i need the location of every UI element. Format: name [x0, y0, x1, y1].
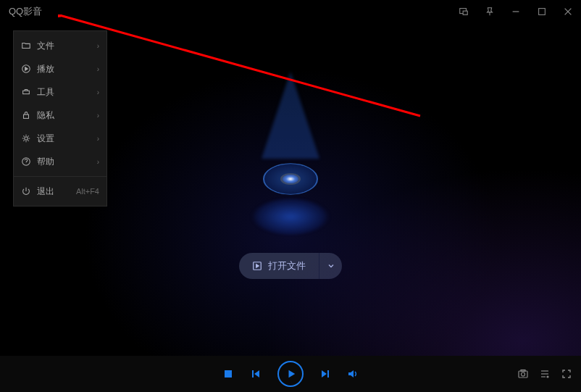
menu-label: 设置 — [37, 133, 91, 145]
gear-icon — [21, 133, 31, 143]
svg-point-23 — [547, 376, 548, 378]
window-controls — [453, 0, 578, 23]
svg-rect-9 — [23, 91, 30, 93]
bottom-bar — [0, 356, 581, 392]
pin-button[interactable] — [480, 1, 500, 22]
lock-icon — [21, 110, 31, 120]
svg-rect-3 — [539, 9, 546, 15]
help-icon — [21, 157, 31, 167]
folder-icon — [21, 41, 31, 51]
titlebar[interactable]: QQ影音 — [0, 0, 581, 23]
volume-icon — [347, 368, 359, 380]
minimize-button[interactable] — [506, 1, 526, 22]
maximize-icon — [537, 7, 547, 17]
menu-item-tools[interactable]: 工具 › — [14, 80, 106, 104]
menu-item-privacy[interactable]: 隐私 › — [14, 104, 106, 127]
menu-item-settings[interactable]: 设置 › — [14, 127, 106, 150]
svg-rect-16 — [327, 370, 329, 378]
menu-separator — [14, 176, 106, 177]
svg-rect-14 — [225, 370, 232, 378]
power-icon — [21, 186, 31, 196]
chevron-right-icon: › — [97, 88, 99, 96]
chevron-right-icon: › — [97, 135, 99, 143]
pin-icon — [485, 7, 495, 17]
maximize-button[interactable] — [532, 1, 552, 22]
menu-label: 文件 — [37, 40, 91, 52]
close-icon — [563, 7, 573, 17]
menu-item-exit[interactable]: 退出 Alt+F4 — [14, 180, 106, 203]
stop-button[interactable] — [222, 368, 234, 380]
chevron-right-icon: › — [97, 42, 99, 50]
minimize-icon — [511, 7, 521, 17]
tool-icon — [21, 87, 31, 97]
chevron-right-icon: › — [97, 112, 99, 120]
chevron-right-icon: › — [97, 158, 99, 166]
close-button[interactable] — [558, 1, 578, 22]
svg-rect-10 — [24, 114, 29, 118]
screenshot-button[interactable] — [517, 368, 529, 380]
playlist-icon — [539, 368, 551, 380]
menu-label: 退出 — [37, 185, 70, 198]
fullscreen-button[interactable] — [561, 368, 572, 380]
prev-icon — [250, 368, 262, 380]
menu-item-file[interactable]: 文件 › — [14, 34, 106, 57]
chevron-right-icon: › — [97, 65, 99, 73]
next-icon — [319, 368, 331, 380]
pip-button[interactable] — [453, 1, 474, 22]
prev-button[interactable] — [250, 368, 262, 380]
menu-label: 隐私 — [37, 109, 91, 122]
stop-icon — [222, 368, 234, 380]
play-button[interactable] — [277, 361, 304, 387]
app-window: QQ影音 — [0, 0, 581, 392]
svg-rect-15 — [252, 370, 254, 378]
svg-point-18 — [522, 372, 525, 376]
svg-rect-1 — [463, 11, 467, 14]
volume-button[interactable] — [347, 368, 359, 380]
menu-label: 播放 — [37, 63, 91, 75]
menu-label: 工具 — [37, 86, 91, 99]
svg-rect-17 — [519, 371, 527, 378]
menu-shortcut: Alt+F4 — [76, 187, 99, 196]
screenshot-icon — [517, 368, 529, 380]
player-controls — [222, 361, 359, 387]
playlist-button[interactable] — [539, 368, 551, 380]
pip-icon — [459, 7, 469, 17]
app-title: QQ影音 — [9, 5, 42, 18]
menu-item-help[interactable]: 帮助 › — [14, 150, 106, 173]
next-button[interactable] — [319, 368, 331, 380]
fullscreen-icon — [561, 368, 572, 380]
play-icon — [286, 369, 296, 379]
menu-label: 帮助 — [37, 156, 91, 168]
menu-item-play[interactable]: 播放 › — [14, 57, 106, 80]
app-logo — [240, 101, 341, 217]
context-menu: 文件 › 播放 › 工具 › 隐私 › 设置 › 帮助 › — [13, 30, 107, 207]
svg-point-11 — [25, 137, 28, 140]
play-circle-icon — [21, 64, 31, 74]
bottom-right-controls — [517, 368, 572, 380]
